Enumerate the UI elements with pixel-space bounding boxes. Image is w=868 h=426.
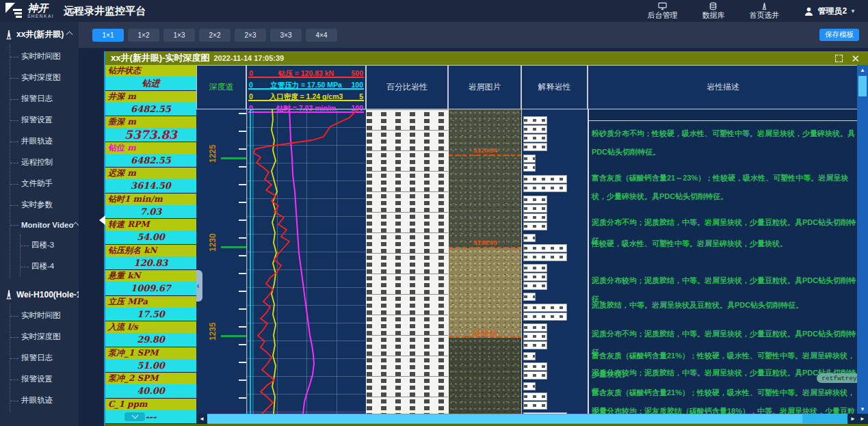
param-value: 17.50 [105,308,196,321]
horizontal-scrollbar[interactable]: ◄ ► [196,414,858,424]
param-label: 悬重 kN [105,270,196,282]
nav-backstage-management[interactable]: 后台管理 [647,2,677,19]
layout-1x1-button[interactable]: 1×1 [92,29,124,42]
fullscreen-icon[interactable] [835,55,843,62]
sidebar-well-weih100[interactable]: Wei-H100(Hole-1) [0,282,79,304]
main-area: 1×1 1×2 1×3 2×2 2×3 3×3 4×4 保存模板 xx井(新井眼… [79,22,868,426]
scroll-down-button[interactable]: ▼ [857,404,868,414]
sidebar-well-xx[interactable]: xx井(新井眼) [0,22,79,44]
nav-label: 数据库 [702,11,724,19]
param-block: 泵冲_2 SPM40.00 [105,373,196,399]
sidebar-item-remote-control[interactable]: 远程控制 [10,152,79,173]
photo-boundary-line [449,247,522,248]
param-scroll-down-button[interactable] [124,412,145,421]
sidebar-item-file-assistant[interactable]: 文件助手 [10,173,79,194]
param-value: 1009.67 [105,282,196,295]
track-collapse-handle[interactable]: ‹ [196,270,202,302]
param-label: 迟深 m [105,168,196,179]
param-value: 40.00 [105,384,196,397]
collapse-params-handle[interactable] [99,215,105,225]
nav-database[interactable]: 数据库 [702,2,724,19]
param-value: 51.00 [105,359,196,372]
depth-tick-label: 1235 [208,331,218,341]
layout-2x2-button[interactable]: 2×2 [199,29,231,42]
layout-4x4-button[interactable]: 4×4 [306,29,337,42]
lith-block [523,352,536,360]
photo-depth-label: 5120.84 [449,146,522,154]
param-block: C_1 ppm--- [105,399,196,425]
param-block: 迟深 m3614.50 [105,168,196,194]
sidebar-item-realtime-depth-chart[interactable]: 实时深度图 [10,67,79,88]
lith-block [523,304,567,312]
close-icon[interactable]: ✕ [851,53,860,64]
lith-block [523,163,536,172]
lithology-description: 富含灰质（碳酸钙含量21～23%）；性较硬，吸水性、可塑性中等。岩屑呈块状，少量… [592,169,857,206]
sidebar-item-alarm-settings-2[interactable]: 报警设置 [10,369,79,390]
sidebar-item-realtime-depth-chart-2[interactable]: 实时深度图 [10,326,79,347]
nav-home-well-select[interactable]: 首页选井 [749,2,779,19]
legend-label: 入口密度 = 1.24 g/cm3 [248,93,364,101]
user-avatar-icon [804,6,814,16]
derrick-icon [4,289,14,299]
sidebar-item-realtime-time-chart-2[interactable]: 实时时间图 [10,305,79,326]
sidebar-item-monitor-video[interactable]: Monitor Video [10,215,79,235]
param-block: 垂深 m5373.83 [105,116,196,142]
param-label: 井深 m [105,91,196,103]
vertical-scrollbar[interactable]: ▲ ▼ [857,65,868,414]
param-value: 3614.50 [105,179,196,192]
layout-3x3-button[interactable]: 3×3 [270,29,302,42]
lith-block [523,362,547,371]
lithology-description: 泥质分布较均；泥灰质胶结（碳酸钙含量18%），中等。岩屑呈块状，少量豆粒状。具P… [592,402,857,414]
panel-timestamp: 2022-11-14 17:05:39 [213,54,284,62]
group-label: Monitor Video [21,221,73,229]
sidebar-item-camera-4f-3[interactable]: 四楼-3 [21,235,79,256]
param-label: 垂深 m [105,116,196,128]
user-menu[interactable]: 管理员2 ▼ [804,5,856,17]
lith-block [523,323,547,332]
lith-block [523,392,547,401]
lith-block [523,382,536,390]
sidebar-item-realtime-time-chart[interactable]: 实时时间图 [10,46,79,67]
horizontal-scroll-thumb[interactable] [207,414,802,423]
monitor-icon [658,2,667,10]
param-value: 5373.83 [105,128,196,141]
sidebar-item-alarm-settings[interactable]: 报警设置 [10,109,79,131]
well2-tree: 实时时间图 实时深度图 报警日志 报警设置 井眼轨迹 [10,304,79,412]
lith-block [523,401,547,410]
interpreted-lithology-header: 解释岩性 [521,65,588,109]
cuttings-photo [449,248,522,338]
well-name: xx井(新井眼) [16,29,64,40]
scroll-up-button[interactable]: ▲ [857,65,868,75]
logo-bar [14,12,22,14]
lith-block [523,134,547,142]
depth-major-tick [221,157,246,159]
depth-tick-label: 1230 [208,242,218,252]
layout-1x2-button[interactable]: 1×2 [128,29,159,42]
logo-wedge [5,3,15,13]
sidebar-item-realtime-params[interactable]: 实时参数 [10,194,79,215]
save-template-button[interactable]: 保存模板 [819,29,859,41]
user-name: 管理员2 [817,5,847,17]
sidebar-item-alarm-log-2[interactable]: 报警日志 [10,347,79,369]
depth-chart-panel: xx井(新井眼)-实时深度图 2022-11-14 17:05:39 ✕ 钻井状… [104,51,868,426]
lith-block [523,244,567,252]
brand-cn: 神开 [27,3,54,13]
param-block: 转速 RPM54.00 [105,219,196,245]
brand-text: 神开 SHENKAI [27,3,54,19]
sidebar-item-well-trajectory-2[interactable]: 井眼轨迹 [10,390,79,411]
scroll-left-button[interactable]: ◄ [196,414,207,424]
param-label: 钻时1 min/m [105,194,196,205]
sidebar-item-alarm-log[interactable]: 报警日志 [10,88,79,109]
layout-1x3-button[interactable]: 1×3 [163,29,195,42]
sidebar-item-well-trajectory[interactable]: 井眼轨迹 [10,131,79,152]
nav-label: 首页选井 [749,11,779,19]
layout-buttons: 1×1 1×2 1×3 2×2 2×3 3×3 4×4 [92,29,337,42]
param-label: 泵冲_1 SPM [105,347,196,359]
vertical-scroll-thumb[interactable] [858,76,867,96]
sidebar-item-camera-4f-4[interactable]: 四楼-4 [21,256,79,277]
param-label: 钻压别名 kN [105,245,196,256]
layout-2x3-button[interactable]: 2×3 [235,29,266,42]
derrick-icon [4,29,14,40]
param-block: 钻井状态钻进 [105,65,196,91]
lithology-description: 泥质胶结，中等。岩屑呈块状及豆粒状。具PDC钻头切削特征。 [592,296,857,315]
